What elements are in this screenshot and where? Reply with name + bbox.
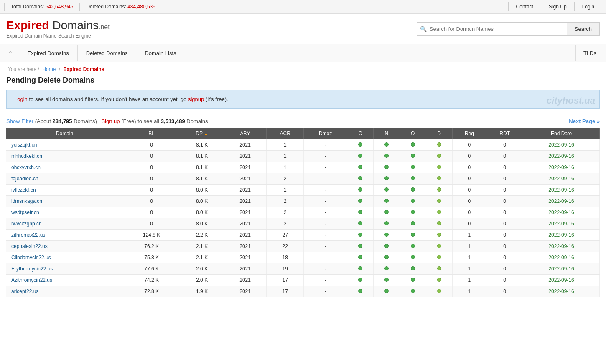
- c-cell: [347, 241, 373, 252]
- n-cell: [373, 139, 400, 151]
- dp-cell: 2.1 K: [180, 252, 224, 263]
- green-dot-icon: [384, 289, 389, 293]
- col-n[interactable]: N: [373, 128, 400, 139]
- domain-link[interactable]: Erythromycin22.us: [11, 266, 53, 272]
- domain-link[interactable]: yciszbjkt.cn: [11, 142, 37, 148]
- aby-cell: 2021: [224, 185, 267, 196]
- green-dot-icon: [411, 210, 415, 214]
- domain-link[interactable]: cephalexin22.us: [11, 243, 48, 249]
- table-row: Azithromycin22.us 74.2 K 2.0 K 2021 17 -…: [6, 275, 600, 286]
- col-domain[interactable]: Domain: [6, 128, 123, 139]
- dp-cell: 2.0 K: [180, 263, 224, 275]
- domain-link[interactable]: Azithromycin22.us: [11, 277, 52, 283]
- deleted-domains-stat: Deleted Domains: 484,480,539: [80, 3, 162, 11]
- search-icon: 🔍: [420, 26, 427, 32]
- c-cell: [347, 185, 373, 196]
- acr-cell: 2: [267, 173, 304, 185]
- col-end-date[interactable]: End Date: [523, 128, 600, 139]
- login-link-info[interactable]: Login: [14, 96, 28, 102]
- col-reg[interactable]: Reg: [452, 128, 486, 139]
- dp-cell: 8.0 K: [180, 207, 224, 218]
- search-button[interactable]: Search: [567, 22, 600, 36]
- col-c[interactable]: C: [347, 128, 373, 139]
- breadcrumb: You are here / Home / Expired Domains: [0, 62, 606, 74]
- login-link-top[interactable]: Login: [574, 2, 602, 11]
- search-input[interactable]: [417, 22, 567, 36]
- c-cell: [347, 252, 373, 263]
- col-o[interactable]: O: [400, 128, 426, 139]
- breadcrumb-home[interactable]: Home: [42, 66, 56, 72]
- home-nav-icon[interactable]: ⌂: [2, 44, 19, 62]
- domain-link[interactable]: zithromax22.us: [11, 232, 45, 238]
- domain-link[interactable]: ohcxyvrxh.cn: [11, 164, 41, 170]
- signup-link-filter[interactable]: Sign up: [101, 118, 120, 124]
- domain-link[interactable]: rwvcxzgnp.cn: [11, 221, 42, 227]
- n-cell: [373, 230, 400, 241]
- bl-cell: 0: [123, 162, 180, 173]
- green-dot-icon: [411, 255, 415, 259]
- col-dp[interactable]: DP ▲: [180, 128, 224, 139]
- dp-cell: 8.0 K: [180, 185, 224, 196]
- end-date-cell: 2022-09-16: [523, 162, 600, 173]
- signup-link-top[interactable]: Sign Up: [541, 2, 574, 11]
- nav-tab-deleted-domains[interactable]: Deleted Domains: [78, 45, 137, 61]
- dp-cell: 8.1 K: [180, 139, 224, 151]
- nav-tlds[interactable]: TLDs: [575, 45, 604, 61]
- col-bl[interactable]: BL: [123, 128, 180, 139]
- rdt-cell: 0: [486, 151, 523, 162]
- reg-cell: 1: [452, 275, 486, 286]
- domain-link[interactable]: ivflczekf.cn: [11, 187, 36, 193]
- domain-link[interactable]: Clindamycin22.us: [11, 255, 51, 260]
- c-cell: [347, 207, 373, 218]
- o-cell: [400, 252, 426, 263]
- table-wrap: Domain BL DP ▲ ABY ACR Dmoz C N O D Reg …: [0, 128, 606, 306]
- breadcrumb-expired-domains[interactable]: Expired Domains: [63, 66, 104, 72]
- nav-bar: ⌂ Expired Domains Deleted Domains Domain…: [0, 44, 606, 62]
- o-cell: [400, 275, 426, 286]
- bl-cell: 0: [123, 139, 180, 151]
- col-dmoz[interactable]: Dmoz: [304, 128, 347, 139]
- c-cell: [347, 230, 373, 241]
- dp-cell: 2.2 K: [180, 230, 224, 241]
- table-row: mhhcdkekf.cn 0 8.1 K 2021 1 - 0 0 2022-0…: [6, 151, 600, 162]
- stats-area: Total Domains: 542,648,945 Deleted Domai…: [4, 3, 162, 11]
- nav-tab-domain-lists[interactable]: Domain Lists: [136, 45, 185, 61]
- domain-link[interactable]: mhhcdkekf.cn: [11, 153, 42, 159]
- rdt-cell: 0: [486, 185, 523, 196]
- col-d[interactable]: D: [426, 128, 452, 139]
- domain-link[interactable]: fojeadiod.cn: [11, 176, 38, 182]
- end-date-cell: 2022-09-16: [523, 196, 600, 207]
- green-dot-icon: [384, 255, 389, 259]
- total-label: Total Domains:: [11, 4, 44, 10]
- n-cell: [373, 185, 400, 196]
- nav-tab-expired-domains[interactable]: Expired Domains: [19, 45, 78, 61]
- dp-cell: 8.1 K: [180, 173, 224, 185]
- rdt-cell: 0: [486, 162, 523, 173]
- dp-cell: 8.1 K: [180, 162, 224, 173]
- domain-link[interactable]: aricept22.us: [11, 288, 38, 294]
- contact-link[interactable]: Contact: [508, 2, 541, 11]
- dmoz-cell: -: [304, 252, 347, 263]
- show-filter-link[interactable]: Show Filter: [6, 118, 33, 124]
- rdt-cell: 0: [486, 275, 523, 286]
- green-dot-icon: [384, 244, 389, 248]
- acr-cell: 2: [267, 207, 304, 218]
- end-date-cell: 2022-09-16: [523, 151, 600, 162]
- col-acr[interactable]: ACR: [267, 128, 304, 139]
- signup-link-info[interactable]: signup: [188, 96, 204, 102]
- domain-cell: aricept22.us: [6, 286, 123, 297]
- domain-cell: mhhcdkekf.cn: [6, 151, 123, 162]
- acr-cell: 1: [267, 185, 304, 196]
- domain-link[interactable]: idmsnkaga.cn: [11, 198, 42, 204]
- dmoz-cell: -: [304, 185, 347, 196]
- col-rdt[interactable]: RDT: [486, 128, 523, 139]
- green-dot-icon: [411, 244, 415, 248]
- breadcrumb-separator: /: [59, 66, 62, 72]
- next-page-link[interactable]: Next Page »: [569, 118, 600, 124]
- col-aby[interactable]: ABY: [224, 128, 267, 139]
- domain-link[interactable]: wsdtpsefr.cn: [11, 210, 39, 215]
- o-cell: [400, 218, 426, 230]
- dmoz-cell: -: [304, 162, 347, 173]
- olive-dot-icon: [437, 154, 441, 158]
- o-cell: [400, 230, 426, 241]
